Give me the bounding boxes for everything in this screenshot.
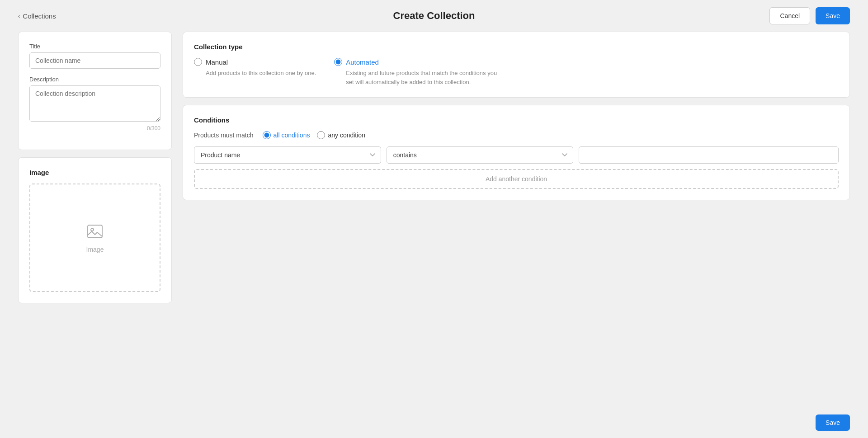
manual-description: Add products to this collection one by o…: [206, 69, 316, 78]
automated-description: Existing and future products that match …: [346, 69, 500, 86]
manual-option-header: Manual: [194, 58, 316, 66]
manual-option: Manual Add products to this collection o…: [194, 58, 316, 86]
image-drop-label: Image: [86, 246, 104, 253]
conditions-title: Conditions: [194, 116, 839, 124]
description-form-group: Description 0/300: [29, 76, 160, 132]
collection-type-options: Manual Add products to this collection o…: [194, 58, 839, 86]
title-label: Title: [29, 43, 160, 50]
image-drop-zone[interactable]: Image: [29, 184, 160, 292]
condition-operator-select[interactable]: contains does not contain is equal to is…: [387, 146, 574, 164]
right-column: Collection type Manual Add products to t…: [183, 32, 850, 200]
image-card: Image Image: [18, 157, 172, 303]
header-actions: Cancel Save: [769, 7, 850, 24]
automated-radio[interactable]: [334, 58, 342, 66]
image-section-title: Image: [29, 169, 160, 176]
condition-value-input[interactable]: [579, 146, 839, 164]
description-label: Description: [29, 76, 160, 83]
back-label: Collections: [23, 12, 56, 20]
svg-rect-0: [88, 225, 102, 238]
automated-label: Automated: [346, 58, 379, 66]
products-must-match-label: Products must match: [194, 132, 254, 139]
add-condition-button[interactable]: Add another condition: [194, 169, 839, 189]
collection-type-card: Collection type Manual Add products to t…: [183, 32, 850, 98]
automated-option: Automated Existing and future products t…: [334, 58, 500, 86]
conditions-card: Conditions Products must match all condi…: [183, 105, 850, 200]
any-condition-label: any condition: [328, 132, 365, 139]
all-conditions-option[interactable]: all conditions: [263, 131, 310, 139]
cancel-button[interactable]: Cancel: [769, 7, 810, 24]
title-card: Title Description 0/300: [18, 32, 172, 150]
match-options: all conditions any condition: [263, 131, 365, 139]
title-form-group: Title: [29, 43, 160, 69]
collection-description-input[interactable]: [29, 85, 160, 122]
collection-name-input[interactable]: [29, 52, 160, 69]
all-conditions-radio[interactable]: [263, 131, 271, 139]
automated-option-header: Automated: [334, 58, 500, 66]
conditions-header: Products must match all conditions any c…: [194, 131, 839, 139]
any-condition-radio[interactable]: [317, 131, 325, 139]
all-conditions-label: all conditions: [274, 132, 310, 139]
page-title: Create Collection: [393, 10, 475, 22]
any-condition-option[interactable]: any condition: [317, 131, 365, 139]
manual-label: Manual: [206, 58, 228, 66]
main-content: Title Description 0/300 Image: [0, 32, 868, 321]
save-button-footer[interactable]: Save: [816, 414, 850, 431]
collection-type-title: Collection type: [194, 43, 839, 51]
save-button-header[interactable]: Save: [816, 7, 850, 24]
description-counter: 0/300: [29, 125, 160, 132]
manual-radio[interactable]: [194, 58, 202, 66]
chevron-left-icon: ‹: [18, 13, 20, 19]
svg-point-1: [91, 228, 94, 231]
left-column: Title Description 0/300 Image: [18, 32, 172, 303]
condition-field-select[interactable]: Product name Product type Product vendor…: [194, 146, 381, 164]
back-to-collections[interactable]: ‹ Collections: [18, 12, 56, 20]
image-placeholder-icon: [86, 222, 104, 242]
condition-row: Product name Product type Product vendor…: [194, 146, 839, 164]
footer: Save: [797, 407, 868, 438]
